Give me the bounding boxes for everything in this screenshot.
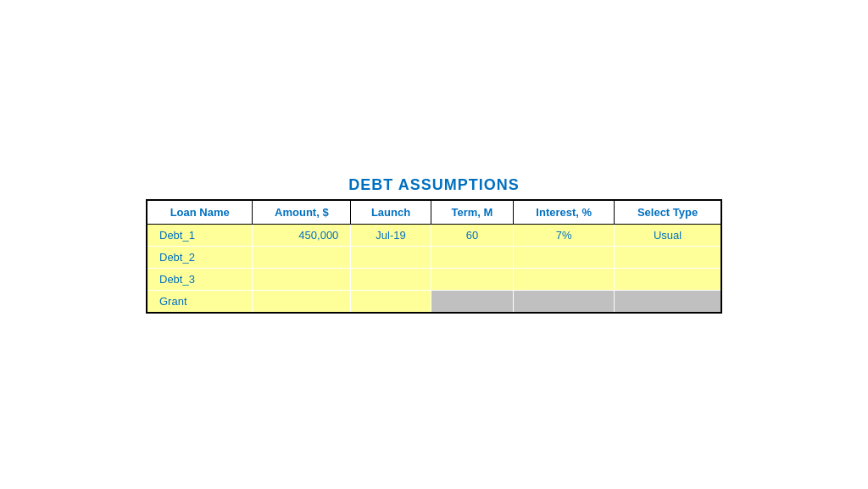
cell-amount[interactable] — [253, 290, 351, 313]
cell-launch[interactable] — [351, 290, 431, 313]
col-header-launch: Launch — [351, 200, 431, 225]
cell-interest[interactable] — [514, 268, 615, 290]
page-container: DEBT ASSUMPTIONS Loan Name Amount, $ Lau… — [0, 176, 868, 314]
col-header-term: Term, M — [431, 200, 514, 225]
cell-term[interactable]: 60 — [431, 224, 514, 246]
cell-interest[interactable] — [514, 246, 615, 268]
cell-select_type[interactable] — [615, 246, 721, 268]
table-header-row: Loan Name Amount, $ Launch Term, M Inter… — [147, 200, 721, 225]
cell-term[interactable] — [431, 268, 514, 290]
debt-table: Loan Name Amount, $ Launch Term, M Inter… — [146, 199, 722, 314]
cell-amount[interactable] — [253, 246, 351, 268]
table-row[interactable]: Debt_2 — [147, 246, 721, 268]
cell-loan-name[interactable]: Grant — [147, 290, 253, 313]
table-row[interactable]: Debt_3 — [147, 268, 721, 290]
cell-amount[interactable]: 450,000 — [253, 224, 351, 246]
table-row[interactable]: Grant — [147, 290, 721, 313]
cell-launch[interactable] — [351, 246, 431, 268]
col-header-amount: Amount, $ — [253, 200, 351, 225]
cell-launch[interactable] — [351, 268, 431, 290]
table-row[interactable]: Debt_1450,000Jul-19607%Usual — [147, 224, 721, 246]
cell-amount[interactable] — [253, 268, 351, 290]
cell-interest — [514, 290, 615, 313]
col-header-interest: Interest, % — [514, 200, 615, 225]
cell-select_type[interactable]: Usual — [615, 224, 721, 246]
col-header-loan-name: Loan Name — [147, 200, 253, 225]
cell-loan_name[interactable]: Debt_2 — [147, 246, 253, 268]
cell-launch[interactable]: Jul-19 — [351, 224, 431, 246]
cell-term — [431, 290, 514, 313]
cell-select_type[interactable] — [615, 268, 721, 290]
cell-interest[interactable]: 7% — [514, 224, 615, 246]
cell-select-type — [615, 290, 721, 313]
cell-loan_name[interactable]: Debt_3 — [147, 268, 253, 290]
table-title: DEBT ASSUMPTIONS — [348, 176, 519, 194]
col-header-select-type: Select Type — [615, 200, 721, 225]
cell-term[interactable] — [431, 246, 514, 268]
cell-loan_name[interactable]: Debt_1 — [147, 224, 253, 246]
